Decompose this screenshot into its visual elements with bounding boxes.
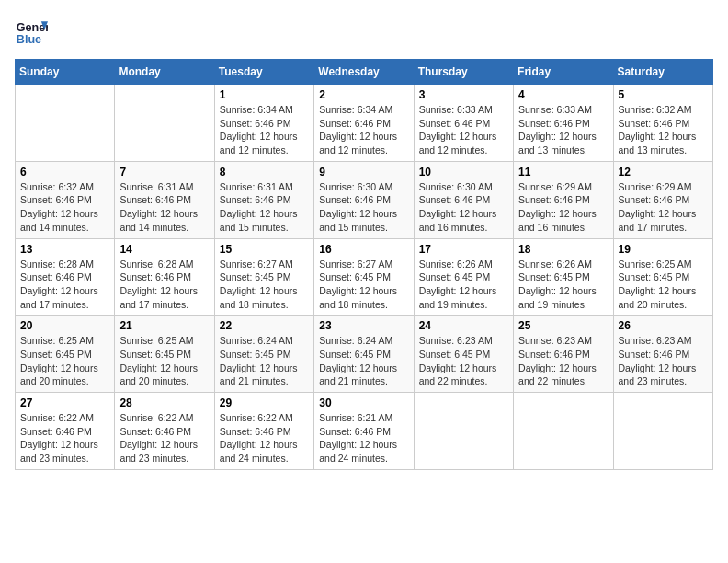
day-info: Sunrise: 6:25 AM Sunset: 6:45 PM Dayligh… <box>119 334 209 388</box>
calendar-table: SundayMondayTuesdayWednesdayThursdayFrid… <box>15 59 713 470</box>
day-number: 12 <box>619 166 708 178</box>
day-number: 17 <box>419 243 508 256</box>
day-info: Sunrise: 6:29 AM Sunset: 6:46 PM Dayligh… <box>518 180 608 235</box>
day-number: 15 <box>220 243 309 256</box>
day-info: Sunrise: 6:26 AM Sunset: 6:45 PM Dayligh… <box>518 258 608 312</box>
calendar-cell: 17Sunrise: 6:26 AM Sunset: 6:45 PM Dayli… <box>414 238 513 316</box>
calendar-cell: 11Sunrise: 6:29 AM Sunset: 6:46 PM Dayli… <box>514 161 613 238</box>
calendar-cell: 10Sunrise: 6:30 AM Sunset: 6:46 PM Dayli… <box>414 161 513 238</box>
day-info: Sunrise: 6:30 AM Sunset: 6:46 PM Dayligh… <box>419 180 508 235</box>
day-info: Sunrise: 6:31 AM Sunset: 6:46 PM Dayligh… <box>119 180 209 235</box>
logo: General Blue <box>15 15 48 48</box>
day-number: 7 <box>119 166 209 178</box>
day-number: 2 <box>319 88 408 101</box>
day-info: Sunrise: 6:23 AM Sunset: 6:46 PM Dayligh… <box>518 334 608 388</box>
calendar-cell: 8Sunrise: 6:31 AM Sunset: 6:46 PM Daylig… <box>214 161 313 238</box>
weekday-header: Wednesday <box>314 60 414 85</box>
svg-text:Blue: Blue <box>17 33 41 46</box>
logo-icon: General Blue <box>15 15 48 48</box>
calendar-cell: 30Sunrise: 6:21 AM Sunset: 6:46 PM Dayli… <box>314 393 414 470</box>
day-number: 5 <box>619 88 708 101</box>
calendar-cell: 28Sunrise: 6:22 AM Sunset: 6:46 PM Dayli… <box>115 393 214 470</box>
day-info: Sunrise: 6:33 AM Sunset: 6:46 PM Dayligh… <box>518 103 608 157</box>
day-number: 8 <box>220 166 309 178</box>
day-info: Sunrise: 6:32 AM Sunset: 6:46 PM Dayligh… <box>619 103 708 157</box>
day-info: Sunrise: 6:22 AM Sunset: 6:46 PM Dayligh… <box>220 411 309 465</box>
calendar-cell: 24Sunrise: 6:23 AM Sunset: 6:45 PM Dayli… <box>414 316 513 393</box>
day-info: Sunrise: 6:31 AM Sunset: 6:46 PM Dayligh… <box>220 180 309 235</box>
calendar-cell: 23Sunrise: 6:24 AM Sunset: 6:45 PM Dayli… <box>314 316 414 393</box>
calendar-cell: 5Sunrise: 6:32 AM Sunset: 6:46 PM Daylig… <box>613 85 712 162</box>
calendar-cell <box>414 393 513 470</box>
calendar-cell: 2Sunrise: 6:34 AM Sunset: 6:46 PM Daylig… <box>314 85 414 162</box>
day-number: 9 <box>319 166 408 178</box>
calendar-cell <box>613 393 712 470</box>
day-number: 3 <box>419 88 508 101</box>
day-info: Sunrise: 6:32 AM Sunset: 6:46 PM Dayligh… <box>20 180 109 235</box>
day-info: Sunrise: 6:34 AM Sunset: 6:46 PM Dayligh… <box>319 103 408 157</box>
calendar-cell: 26Sunrise: 6:23 AM Sunset: 6:46 PM Dayli… <box>613 316 712 393</box>
day-info: Sunrise: 6:33 AM Sunset: 6:46 PM Dayligh… <box>419 103 508 157</box>
day-number: 28 <box>119 396 209 409</box>
calendar-cell: 19Sunrise: 6:25 AM Sunset: 6:45 PM Dayli… <box>613 238 712 316</box>
weekday-header: Saturday <box>613 60 712 85</box>
day-info: Sunrise: 6:24 AM Sunset: 6:45 PM Dayligh… <box>220 334 309 388</box>
calendar-cell: 13Sunrise: 6:28 AM Sunset: 6:46 PM Dayli… <box>16 238 115 316</box>
day-number: 14 <box>119 243 209 256</box>
calendar-cell: 27Sunrise: 6:22 AM Sunset: 6:46 PM Dayli… <box>16 393 115 470</box>
day-number: 23 <box>319 319 408 332</box>
calendar-cell <box>514 393 613 470</box>
day-number: 6 <box>20 166 109 178</box>
day-number: 29 <box>220 396 309 409</box>
day-number: 20 <box>20 319 109 332</box>
day-info: Sunrise: 6:23 AM Sunset: 6:46 PM Dayligh… <box>619 334 708 388</box>
day-number: 26 <box>619 319 708 332</box>
day-number: 22 <box>220 319 309 332</box>
day-info: Sunrise: 6:28 AM Sunset: 6:46 PM Dayligh… <box>20 258 109 312</box>
day-number: 16 <box>319 243 408 256</box>
day-info: Sunrise: 6:29 AM Sunset: 6:46 PM Dayligh… <box>619 180 708 235</box>
page-header: General Blue <box>15 15 713 48</box>
calendar-cell: 1Sunrise: 6:34 AM Sunset: 6:46 PM Daylig… <box>214 85 313 162</box>
day-info: Sunrise: 6:25 AM Sunset: 6:45 PM Dayligh… <box>20 334 109 388</box>
day-number: 13 <box>20 243 109 256</box>
day-info: Sunrise: 6:27 AM Sunset: 6:45 PM Dayligh… <box>319 258 408 312</box>
calendar-cell: 18Sunrise: 6:26 AM Sunset: 6:45 PM Dayli… <box>514 238 613 316</box>
weekday-header: Monday <box>115 60 214 85</box>
calendar-cell: 20Sunrise: 6:25 AM Sunset: 6:45 PM Dayli… <box>16 316 115 393</box>
calendar-cell: 9Sunrise: 6:30 AM Sunset: 6:46 PM Daylig… <box>314 161 414 238</box>
calendar-cell: 7Sunrise: 6:31 AM Sunset: 6:46 PM Daylig… <box>115 161 214 238</box>
day-info: Sunrise: 6:21 AM Sunset: 6:46 PM Dayligh… <box>319 411 408 465</box>
day-number: 19 <box>619 243 708 256</box>
day-info: Sunrise: 6:23 AM Sunset: 6:45 PM Dayligh… <box>419 334 508 388</box>
day-number: 10 <box>419 166 508 178</box>
calendar-cell: 4Sunrise: 6:33 AM Sunset: 6:46 PM Daylig… <box>514 85 613 162</box>
weekday-header: Sunday <box>16 60 115 85</box>
calendar-cell: 12Sunrise: 6:29 AM Sunset: 6:46 PM Dayli… <box>613 161 712 238</box>
day-info: Sunrise: 6:22 AM Sunset: 6:46 PM Dayligh… <box>119 411 209 465</box>
day-number: 27 <box>20 396 109 409</box>
calendar-cell: 22Sunrise: 6:24 AM Sunset: 6:45 PM Dayli… <box>214 316 313 393</box>
calendar-cell: 29Sunrise: 6:22 AM Sunset: 6:46 PM Dayli… <box>214 393 313 470</box>
day-number: 21 <box>119 319 209 332</box>
day-number: 18 <box>518 243 608 256</box>
weekday-header: Tuesday <box>214 60 313 85</box>
day-number: 11 <box>518 166 608 178</box>
day-number: 24 <box>419 319 508 332</box>
day-info: Sunrise: 6:22 AM Sunset: 6:46 PM Dayligh… <box>20 411 109 465</box>
calendar-cell: 14Sunrise: 6:28 AM Sunset: 6:46 PM Dayli… <box>115 238 214 316</box>
calendar-cell: 15Sunrise: 6:27 AM Sunset: 6:45 PM Dayli… <box>214 238 313 316</box>
weekday-header: Thursday <box>414 60 513 85</box>
day-number: 1 <box>220 88 309 101</box>
weekday-header: Friday <box>514 60 613 85</box>
day-info: Sunrise: 6:27 AM Sunset: 6:45 PM Dayligh… <box>220 258 309 312</box>
day-info: Sunrise: 6:24 AM Sunset: 6:45 PM Dayligh… <box>319 334 408 388</box>
day-number: 30 <box>319 396 408 409</box>
calendar-cell: 25Sunrise: 6:23 AM Sunset: 6:46 PM Dayli… <box>514 316 613 393</box>
day-info: Sunrise: 6:30 AM Sunset: 6:46 PM Dayligh… <box>319 180 408 235</box>
calendar-cell <box>16 85 115 162</box>
calendar-cell: 6Sunrise: 6:32 AM Sunset: 6:46 PM Daylig… <box>16 161 115 238</box>
day-number: 25 <box>518 319 608 332</box>
day-info: Sunrise: 6:34 AM Sunset: 6:46 PM Dayligh… <box>220 103 309 157</box>
day-number: 4 <box>518 88 608 101</box>
